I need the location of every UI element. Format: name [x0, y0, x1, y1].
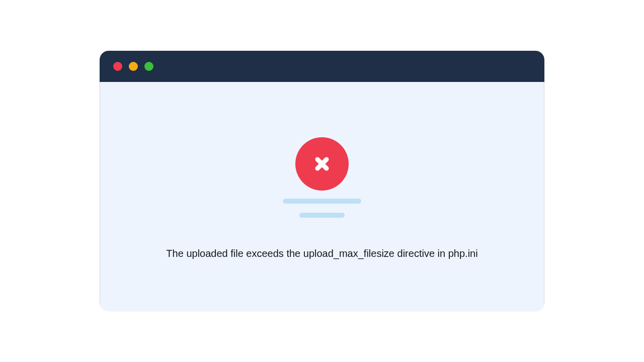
placeholder-bars — [283, 199, 361, 218]
minimize-icon[interactable] — [129, 62, 138, 71]
x-icon — [312, 154, 332, 174]
close-icon[interactable] — [113, 62, 122, 71]
content-area: The uploaded file exceeds the upload_max… — [100, 82, 544, 311]
window-titlebar — [100, 51, 544, 82]
placeholder-bar-short — [299, 213, 345, 218]
placeholder-bar-long — [283, 199, 361, 204]
error-message: The uploaded file exceeds the upload_max… — [166, 248, 477, 259]
browser-window: The uploaded file exceeds the upload_max… — [100, 51, 544, 311]
maximize-icon[interactable] — [144, 62, 153, 71]
error-icon — [295, 137, 349, 191]
